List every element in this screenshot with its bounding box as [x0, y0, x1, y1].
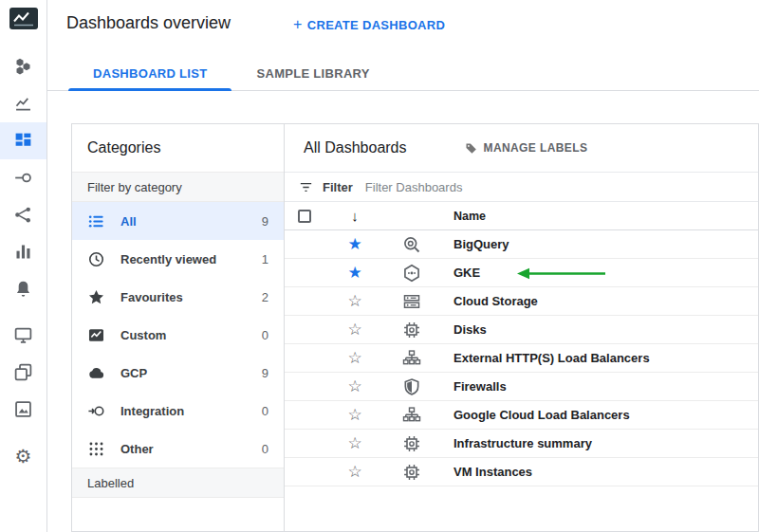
tab-bar: DASHBOARD LIST SAMPLE LIBRARY: [47, 57, 759, 91]
name-column-header[interactable]: Name: [440, 210, 758, 223]
nav-hexagon-cluster-icon[interactable]: [0, 48, 46, 85]
clock-icon: [87, 250, 105, 268]
cloud-icon: [87, 364, 105, 382]
category-count: 2: [262, 290, 268, 304]
create-dashboard-label: CREATE DASHBOARD: [307, 18, 445, 32]
category-label: Integration: [120, 404, 184, 418]
table-header: ↓ Name: [285, 202, 758, 230]
category-item-other[interactable]: Other 0: [72, 430, 284, 468]
table-row[interactable]: External HTTP(S) Load Balancers: [285, 344, 758, 373]
sort-arrow-icon[interactable]: ↓: [351, 208, 359, 224]
dashboard-name[interactable]: BigQuery: [440, 237, 758, 251]
filter-label: Filter: [323, 180, 353, 194]
favorite-star[interactable]: [347, 293, 361, 309]
list-icon: [87, 212, 105, 230]
category-count: 0: [262, 404, 268, 418]
category-item-recently-viewed[interactable]: Recently viewed 1: [72, 240, 284, 278]
nav-line-chart-icon[interactable]: [0, 85, 46, 122]
category-count: 0: [262, 328, 268, 342]
filter-dashboards-input[interactable]: [365, 180, 745, 194]
favorite-star[interactable]: [347, 236, 361, 252]
main-area: Dashboards overview + CREATE DASHBOARD D…: [47, 0, 759, 532]
category-count: 9: [262, 366, 268, 380]
load-balancer-icon: [402, 406, 421, 425]
dashboard-name[interactable]: External HTTP(S) Load Balancers: [440, 351, 758, 365]
nav-dashboards-icon[interactable]: [0, 122, 46, 159]
nav-image-icon[interactable]: [0, 391, 46, 428]
category-item-integration[interactable]: Integration 0: [72, 392, 284, 430]
dashboard-name[interactable]: Disks: [440, 322, 758, 337]
category-count: 0: [262, 442, 268, 456]
table-row[interactable]: Infrastructure summary: [285, 430, 758, 458]
categories-title: Categories: [72, 124, 284, 172]
firewall-shield-icon: [402, 377, 421, 396]
nav-arrow-circle-icon[interactable]: [0, 159, 46, 196]
nav-monitor-icon[interactable]: [0, 317, 46, 354]
page-title: Dashboards overview: [66, 13, 231, 33]
dashboard-name[interactable]: VM Instances: [440, 465, 758, 479]
table-row[interactable]: Firewalls: [285, 373, 758, 401]
manage-labels-button[interactable]: MANAGE LABELS: [464, 141, 588, 156]
nav-bar-chart-icon[interactable]: [0, 233, 46, 270]
tab-sample-library[interactable]: SAMPLE LIBRARY: [231, 57, 394, 90]
cloud-storage-icon: [402, 292, 421, 311]
category-label: Custom: [120, 328, 166, 342]
dashboards-panel: All Dashboards MANAGE LABELS Filter ↓ Na…: [284, 123, 759, 532]
favorite-star[interactable]: [347, 464, 361, 480]
category-item-gcp[interactable]: GCP 9: [72, 354, 284, 392]
table-row[interactable]: Cloud Storage: [285, 287, 758, 316]
favorite-star[interactable]: [347, 321, 361, 338]
table-row[interactable]: Disks: [285, 316, 758, 344]
category-item-custom[interactable]: Custom 0: [72, 316, 284, 354]
category-count: 1: [262, 252, 268, 266]
category-item-favourites[interactable]: Favourites 2: [72, 278, 284, 316]
load-balancer-icon: [402, 349, 421, 368]
favorite-star[interactable]: [347, 378, 361, 394]
label-tag-icon: [464, 141, 478, 156]
dashboard-name[interactable]: Google Cloud Load Balancers: [440, 408, 758, 422]
labelled-header: Labelled: [72, 468, 284, 498]
category-label: All: [120, 214, 137, 229]
category-label: Favourites: [120, 290, 183, 304]
favorite-star[interactable]: [347, 350, 361, 366]
gke-icon: [402, 264, 421, 283]
table-row[interactable]: Google Cloud Load Balancers: [285, 401, 758, 430]
plus-icon: +: [293, 16, 303, 33]
nav-rail: ⚙: [0, 0, 47, 532]
favorite-star[interactable]: [347, 435, 361, 451]
star-icon: [87, 288, 105, 306]
categories-panel: Categories Filter by category All 9 Rece…: [71, 123, 285, 532]
nav-layers-icon[interactable]: [0, 354, 46, 391]
create-dashboard-button[interactable]: + CREATE DASHBOARD: [293, 16, 445, 33]
custom-dashboard-icon: [87, 326, 105, 344]
favorite-star[interactable]: [347, 265, 361, 281]
filter-icon: [298, 179, 314, 195]
infrastructure-icon: [402, 434, 421, 453]
filter-by-category-header: Filter by category: [72, 172, 284, 202]
bigquery-icon: [402, 235, 421, 254]
page-header: Dashboards overview + CREATE DASHBOARD: [47, 0, 759, 57]
category-label: Other: [120, 442, 154, 456]
dashboard-name[interactable]: Cloud Storage: [440, 294, 758, 308]
nav-nodes-icon[interactable]: [0, 196, 46, 233]
disks-icon: [402, 321, 421, 339]
nav-icons: ⚙: [0, 48, 46, 474]
dashboards-header: All Dashboards MANAGE LABELS: [285, 124, 758, 172]
dashboard-name[interactable]: Firewalls: [440, 379, 758, 394]
select-all-checkbox[interactable]: [298, 210, 311, 223]
tab-dashboard-list[interactable]: DASHBOARD LIST: [68, 57, 231, 90]
category-label: Recently viewed: [120, 252, 216, 266]
nav-gear-icon[interactable]: ⚙: [0, 437, 46, 474]
dashboard-name[interactable]: Infrastructure summary: [440, 436, 758, 450]
table-row[interactable]: VM Instances: [285, 458, 758, 486]
manage-labels-label: MANAGE LABELS: [484, 141, 588, 155]
annotation-arrow: [517, 267, 606, 280]
monitoring-logo[interactable]: [9, 8, 38, 33]
nav-bell-icon[interactable]: [0, 270, 46, 307]
favorite-star[interactable]: [347, 407, 361, 423]
integration-icon: [87, 402, 105, 420]
dashboards-title: All Dashboards: [304, 139, 407, 156]
vm-instances-icon: [402, 463, 421, 482]
table-row[interactable]: BigQuery: [285, 230, 758, 259]
category-item-all[interactable]: All 9: [72, 202, 284, 240]
